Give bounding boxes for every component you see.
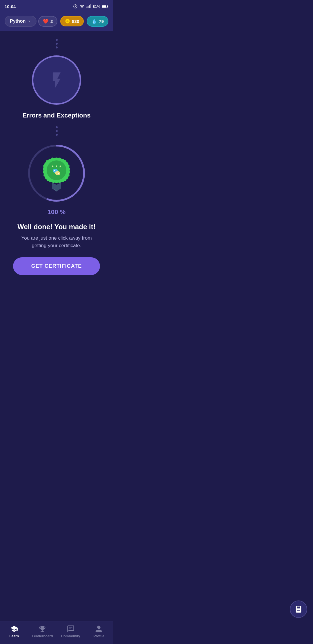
streak-count: 79: [99, 19, 104, 24]
svg-text:</>: </>: [66, 20, 70, 23]
alarm-icon: [73, 4, 78, 9]
svg-point-21: [58, 173, 59, 174]
congrats-title: Well done! You made it!: [17, 223, 95, 231]
svg-rect-5: [102, 5, 106, 8]
heart-icon: ❤️: [43, 19, 49, 24]
main-content: Errors and Exceptions: [0, 31, 113, 287]
wifi-icon: [79, 4, 85, 9]
svg-rect-2: [89, 5, 90, 8]
streak-badge[interactable]: 💧 79: [87, 16, 108, 27]
module-circle[interactable]: [32, 55, 81, 105]
hearts-count: 2: [50, 19, 53, 24]
connector-dot-5: [56, 130, 58, 132]
lightning-icon: [47, 71, 66, 90]
svg-text:★  ★  ★: ★ ★ ★: [51, 164, 61, 168]
hearts-badge[interactable]: ❤️ 2: [38, 16, 57, 27]
connector-dot-6: [56, 134, 58, 136]
mid-connector: [56, 126, 58, 136]
status-icons: 81%: [73, 4, 108, 9]
svg-rect-3: [90, 4, 91, 8]
connector-dot-4: [56, 126, 58, 128]
svg-marker-13: [52, 183, 61, 190]
top-connector: [56, 39, 58, 48]
coins-badge[interactable]: </> 830: [60, 16, 84, 26]
medal-icon: ★ ★ ★: [40, 155, 73, 191]
cert-circle: ★ ★ ★: [26, 143, 87, 204]
get-certificate-button[interactable]: GET CERTIFICATE: [13, 257, 100, 275]
connector-dot-1: [56, 39, 58, 41]
status-time: 10:04: [5, 4, 16, 9]
coins-icon: </>: [65, 19, 70, 24]
congrats-description: You are just one click away from getting…: [5, 234, 108, 249]
course-selector[interactable]: Python: [5, 16, 37, 27]
svg-rect-1: [88, 6, 89, 8]
course-name: Python: [10, 19, 26, 24]
progress-label: 100 %: [48, 208, 65, 216]
signal-icon: [86, 4, 91, 9]
coins-count: 830: [72, 19, 79, 24]
svg-rect-0: [87, 7, 88, 8]
svg-point-20: [54, 170, 55, 171]
certificate-badge: ★ ★ ★: [40, 155, 73, 191]
module-title: Errors and Exceptions: [23, 112, 91, 119]
fire-icon: 💧: [91, 19, 97, 24]
connector-dot-2: [56, 43, 58, 45]
app-header: Python ❤️ 2 </> 830 💧 79: [0, 13, 113, 31]
header-left: Python: [5, 16, 37, 27]
svg-rect-6: [108, 6, 108, 7]
header-stats: ❤️ 2 </> 830 💧 79: [38, 16, 108, 27]
battery-icon: [102, 5, 108, 8]
status-bar: 10:04 81%: [0, 0, 113, 13]
svg-point-19: [55, 171, 60, 175]
chevron-down-icon: [27, 19, 31, 23]
connector-dot-3: [56, 46, 58, 48]
battery-level: 81%: [93, 4, 100, 9]
